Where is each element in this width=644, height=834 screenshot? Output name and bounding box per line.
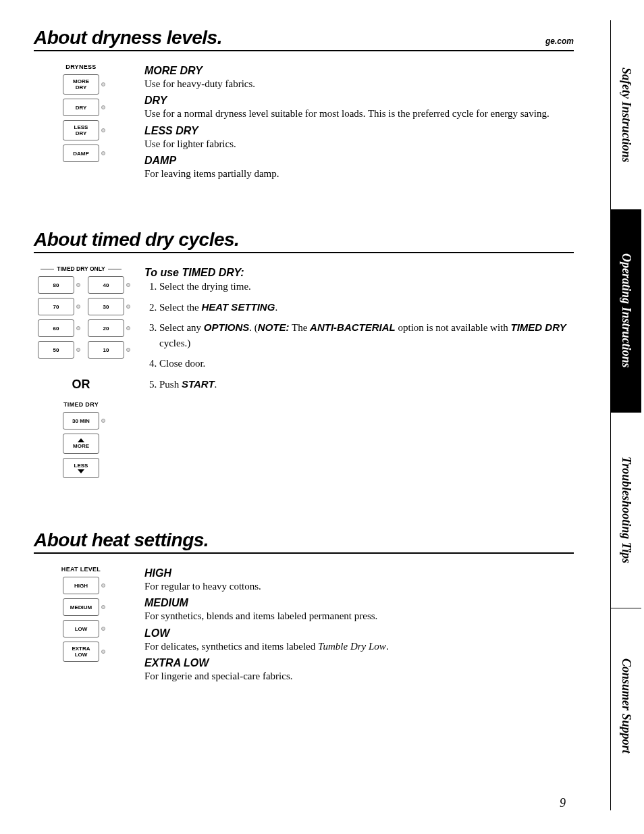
button-label: EXTRA bbox=[72, 646, 90, 652]
led-icon bbox=[101, 105, 105, 109]
button-label: LOW bbox=[75, 626, 88, 632]
tab-troubleshooting: Troubleshooting Tips bbox=[611, 412, 641, 608]
button-label: DRY bbox=[76, 84, 87, 90]
body-more-dry: Use for heavy-duty fabrics. bbox=[144, 77, 574, 90]
section-header: About timed dry cycles. bbox=[34, 229, 574, 253]
button-20: 20 bbox=[88, 319, 124, 337]
button-label: 30 MIN bbox=[72, 418, 90, 424]
body-medium: For synthetics, blends and items labeled… bbox=[144, 609, 574, 623]
button-medium: MEDIUM bbox=[63, 598, 99, 616]
dryness-panel: DRYNESS MORE DRY DRY LESS DRY DAMP bbox=[34, 61, 128, 182]
tab-consumer: Consumer Support bbox=[611, 608, 641, 804]
timed-dry-instructions: To use TIMED DRY: Select the drying time… bbox=[144, 263, 574, 482]
section-header: About heat settings. bbox=[34, 529, 574, 554]
body-damp: For leaving items partially damp. bbox=[144, 167, 574, 180]
led-icon bbox=[101, 605, 105, 609]
button-label: 30 bbox=[103, 304, 109, 310]
led-icon bbox=[126, 326, 130, 330]
led-icon bbox=[101, 151, 105, 155]
body-extra-low: For lingerie and special-care fabrics. bbox=[144, 669, 574, 683]
body-dry: Use for a normal dryness level suitable … bbox=[144, 107, 574, 120]
button-label: MEDIUM bbox=[70, 604, 92, 610]
body-low: For delicates, synthetics and items labe… bbox=[144, 640, 574, 653]
button-label: 20 bbox=[103, 325, 109, 332]
button-30-min: 30 MIN bbox=[63, 412, 99, 429]
button-damp: DAMP bbox=[63, 145, 99, 162]
page-number: 9 bbox=[560, 796, 566, 810]
dryness-descriptions: MORE DRY Use for heavy-duty fabrics. DRY… bbox=[144, 61, 574, 182]
button-60: 60 bbox=[38, 319, 74, 337]
heading-low: LOW bbox=[144, 627, 574, 640]
button-extra-low: EXTRA LOW bbox=[63, 642, 99, 662]
led-icon bbox=[76, 283, 80, 287]
led-icon bbox=[126, 305, 130, 309]
subheading: To use TIMED DRY: bbox=[144, 267, 574, 279]
panel-label: TIMED DRY ONLY bbox=[41, 265, 122, 272]
button-label: MORE bbox=[73, 443, 89, 449]
panel-label: HEAT LEVEL bbox=[61, 566, 101, 573]
led-icon bbox=[101, 128, 105, 132]
button-label: 40 bbox=[103, 282, 109, 288]
panel-label: TIMED DRY bbox=[63, 401, 99, 408]
button-50: 50 bbox=[38, 341, 74, 359]
tab-operating: Operating Instructions bbox=[611, 209, 641, 412]
button-label: MORE bbox=[73, 78, 89, 84]
button-dry: DRY bbox=[63, 99, 99, 116]
body-high: For regular to heavy cottons. bbox=[144, 579, 574, 593]
button-label: LOW bbox=[75, 652, 88, 658]
button-label: HIGH bbox=[74, 583, 88, 589]
button-label: LESS bbox=[74, 463, 88, 469]
button-high: HIGH bbox=[63, 577, 99, 594]
button-label: 10 bbox=[103, 347, 109, 353]
button-more: MORE bbox=[63, 434, 99, 454]
button-80: 80 bbox=[38, 276, 74, 294]
heading-less-dry: LESS DRY bbox=[144, 125, 574, 137]
led-icon bbox=[101, 419, 105, 423]
button-70: 70 bbox=[38, 298, 74, 315]
button-label: 50 bbox=[53, 347, 59, 353]
button-label: 70 bbox=[53, 304, 59, 310]
button-30: 30 bbox=[88, 298, 124, 315]
led-icon bbox=[76, 348, 80, 352]
led-icon bbox=[101, 583, 105, 588]
steps-list: Select the drying time. Select the HEAT … bbox=[144, 279, 574, 392]
body-less-dry: Use for lighter fabrics. bbox=[144, 137, 574, 151]
section-header: About dryness levels. ge.com bbox=[34, 27, 574, 51]
section-title: About dryness levels. bbox=[34, 27, 222, 49]
arrow-down-icon bbox=[78, 469, 84, 473]
step-1: Select the drying time. bbox=[159, 279, 574, 294]
led-icon bbox=[101, 650, 105, 654]
button-label: DRY bbox=[76, 130, 87, 136]
heat-panel: HEAT LEVEL HIGH MEDIUM LOW EXTRA LOW bbox=[34, 563, 128, 684]
button-label: DAMP bbox=[73, 151, 89, 157]
button-less-dry: LESS DRY bbox=[63, 120, 99, 140]
section-dryness: About dryness levels. ge.com DRYNESS MOR… bbox=[34, 27, 574, 182]
led-icon bbox=[76, 326, 80, 330]
button-label: 80 bbox=[53, 282, 59, 288]
button-label: DRY bbox=[76, 105, 87, 111]
heading-medium: MEDIUM bbox=[144, 597, 574, 609]
led-icon bbox=[76, 305, 80, 309]
step-3: Select any OPTIONS. (NOTE: The ANTI-BACT… bbox=[159, 320, 574, 350]
heading-high: HIGH bbox=[144, 567, 574, 579]
brand-link: ge.com bbox=[545, 36, 574, 46]
button-low: LOW bbox=[63, 620, 99, 637]
arrow-up-icon bbox=[78, 438, 84, 442]
panel-label-text: TIMED DRY ONLY bbox=[54, 265, 107, 272]
led-icon bbox=[126, 283, 130, 287]
panel-label: DRYNESS bbox=[65, 63, 96, 70]
led-icon bbox=[126, 348, 130, 352]
tab-safety: Safety Instructions bbox=[611, 20, 641, 209]
button-less: LESS bbox=[63, 458, 99, 478]
section-heat-settings: About heat settings. HEAT LEVEL HIGH MED… bbox=[34, 529, 574, 684]
section-timed-dry: About timed dry cycles. TIMED DRY ONLY 8… bbox=[34, 229, 574, 482]
or-label: OR bbox=[72, 377, 90, 392]
section-title: About timed dry cycles. bbox=[34, 229, 239, 251]
heat-descriptions: HIGH For regular to heavy cottons. MEDIU… bbox=[144, 563, 574, 684]
step-2: Select the HEAT SETTING. bbox=[159, 300, 574, 315]
led-icon bbox=[101, 82, 105, 86]
section-title: About heat settings. bbox=[34, 529, 209, 551]
button-10: 10 bbox=[88, 341, 124, 359]
side-tabs: Safety Instructions Operating Instructio… bbox=[610, 20, 644, 810]
heading-extra-low: EXTRA LOW bbox=[144, 657, 574, 669]
